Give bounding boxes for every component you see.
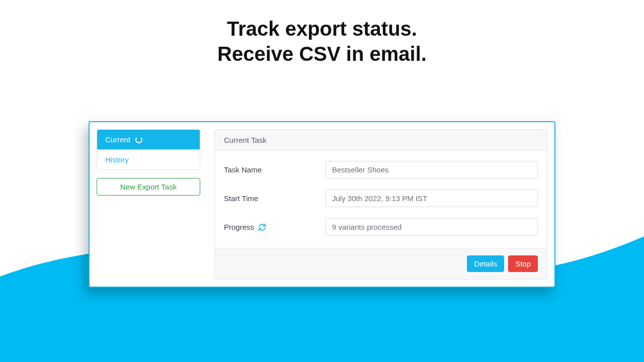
details-button[interactable]: Details: [467, 255, 504, 272]
heading-line-1: Track export status.: [227, 18, 417, 40]
card-footer: Details Stop: [215, 248, 547, 279]
page-heading: Track export status. Receive CSV in emai…: [0, 0, 644, 66]
start-time-input[interactable]: [326, 190, 538, 207]
progress-label: Progress: [224, 223, 326, 231]
heading-line-2: Receive CSV in email.: [217, 43, 427, 65]
progress-label-text: Progress: [224, 223, 254, 231]
card-body: Task Name Start Time Progress: [215, 151, 547, 248]
spinner-icon: [135, 136, 142, 143]
progress-row: Progress: [224, 218, 538, 236]
task-name-row: Task Name: [224, 161, 538, 178]
sidebar-item-current[interactable]: Current: [97, 130, 200, 149]
refresh-icon[interactable]: [258, 223, 266, 231]
start-time-row: Start Time: [224, 190, 538, 207]
stop-button[interactable]: Stop: [508, 255, 538, 272]
start-time-label: Start Time: [224, 194, 326, 203]
task-name-label: Task Name: [224, 165, 326, 174]
new-export-task-button[interactable]: New Export Task: [97, 178, 200, 196]
sidebar-item-history[interactable]: History: [97, 149, 200, 169]
card-header: Current Task: [215, 130, 547, 151]
progress-input[interactable]: [326, 218, 538, 236]
sidebar-item-label: Current: [105, 135, 130, 144]
app-panel: Current History New Export Task Current …: [89, 121, 555, 288]
sidebar-item-label: History: [105, 155, 129, 164]
sidebar: Current History New Export Task: [97, 129, 200, 280]
current-task-card: Current Task Task Name Start Time Progre…: [214, 129, 547, 280]
task-name-input[interactable]: [326, 161, 538, 178]
sidebar-nav: Current History: [97, 129, 200, 170]
